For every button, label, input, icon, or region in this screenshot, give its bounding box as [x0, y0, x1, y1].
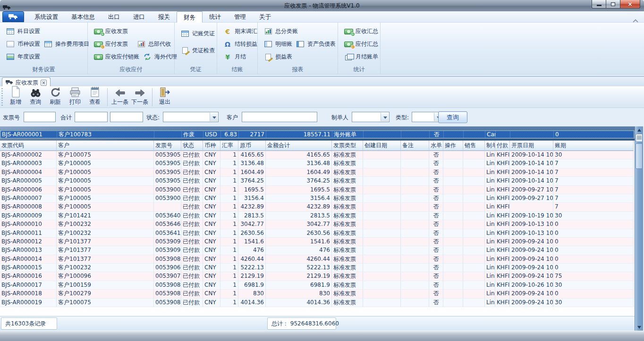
ribbon-button-payable-invoice[interactable]: -应付发票 [92, 40, 135, 49]
toolbar-button-new[interactable]: 新增 [6, 87, 25, 107]
column-header-sales[interactable]: 销售 [463, 141, 485, 151]
invoice-no-input[interactable] [24, 112, 56, 122]
menu-tab-export[interactable]: 出口 [102, 11, 127, 22]
ribbon-button-general-ledger[interactable]: 总分类账 [262, 27, 305, 36]
table-cell: 4232.89 [266, 203, 332, 211]
menu-tab-customs[interactable]: 报关 [152, 11, 177, 22]
ribbon-button-period-end-adjustment[interactable]: €期末调汇 [221, 27, 259, 36]
menu-tab-management[interactable]: 管理 [228, 11, 253, 22]
close-tab-icon[interactable]: × [41, 80, 47, 86]
column-header-code[interactable]: 发票代码 [0, 141, 57, 151]
search-button[interactable]: 查询 [438, 111, 467, 123]
column-header-invoice-date[interactable]: 开票日期 [510, 141, 553, 151]
ribbon-button-write-off[interactable]: 应收应付销账 [92, 52, 141, 61]
minimize-button[interactable] [592, 0, 606, 8]
table-row[interactable]: BJS-AR000004客户10000500539058已付款CNY11604.… [0, 168, 635, 177]
menu-tab-finance[interactable]: 财务 [177, 11, 203, 23]
ribbon-button-monthly-statement[interactable]: 月结账单 [342, 52, 380, 61]
table-cell: 00539004 [154, 194, 181, 203]
menu-tab-about[interactable]: 关于 [253, 11, 278, 22]
column-header-maker[interactable]: 制单 [485, 141, 495, 151]
ribbon-button-receivable-summary[interactable]: +应收汇总 [342, 27, 380, 36]
table-row[interactable]: BJS-AR000011客户10023200536417已付款CNY12630.… [0, 229, 635, 238]
toolbar-grip[interactable] [1, 88, 3, 106]
toolbar-button-print[interactable]: 打印 [65, 87, 85, 107]
table-row[interactable]: BJS-AR000017客户10015900539082已付款CNY16981.… [0, 281, 635, 290]
ribbon-button-hq-collection[interactable]: 总部代收 [135, 40, 172, 49]
ribbon-button-receivable-invoice[interactable]: +应收发票 [92, 27, 144, 36]
scrollbar-track[interactable] [635, 142, 643, 324]
column-chooser-button[interactable] [636, 134, 643, 142]
table-cell: CNY [203, 168, 220, 177]
table-row[interactable]: BJS-AR000008客户100005已付款CNY14232.894232.8… [0, 203, 635, 211]
table-cell: 客户101377 [57, 255, 154, 264]
scrollbar-thumb[interactable] [636, 143, 643, 169]
ribbon-button-accounting-voucher[interactable]: 记账凭证 [178, 29, 216, 38]
column-header-customer[interactable]: 客户 [57, 141, 154, 151]
scroll-up-button[interactable] [635, 126, 643, 133]
table-row[interactable]: BJS-AR000013客户10137700539095已付款CNY147647… [0, 246, 635, 255]
ribbon-button-operation-fee-items[interactable]: 操作费用项目 [42, 40, 91, 49]
ribbon-button-subject-settings[interactable]: 科目设置 [4, 27, 47, 36]
table-cell [363, 186, 401, 194]
column-header-total-amount[interactable]: 金额合计 [266, 141, 332, 151]
table-row[interactable]: BJS-AR000012客户10137700539091已付款CNY11541.… [0, 238, 635, 246]
status-select[interactable] [163, 112, 219, 122]
scroll-down-button[interactable] [635, 324, 643, 331]
ribbon-button-balance-sheet[interactable]: 资产负债表 [294, 40, 337, 49]
column-header-term[interactable]: 账期 [553, 141, 634, 151]
column-header-remark[interactable]: 备注 [401, 141, 429, 151]
column-header-invoice-type[interactable]: 发票类型 [332, 141, 363, 151]
toolbar-button-refresh[interactable]: 刷新 [45, 87, 65, 107]
ribbon-button-income-statement[interactable]: 损益表 [262, 52, 305, 61]
ribbon-button-monthly-closing[interactable]: ¥月结 [221, 52, 247, 61]
column-header-status[interactable]: 状态 [181, 141, 203, 151]
ribbon-button-payable-summary[interactable]: -应付汇总 [342, 40, 380, 49]
ribbon-button-voucher-check[interactable]: 凭证检查 [178, 46, 216, 55]
table-row[interactable]: BJS-AR000005客户10000500539056已付款CNY13764.… [0, 177, 635, 185]
total-from-input[interactable] [75, 112, 108, 122]
column-header-payment[interactable]: 付款 [495, 141, 510, 151]
menu-tab-basic-info[interactable]: 基本信息 [65, 11, 102, 22]
column-header-rate[interactable]: 汇率 [220, 141, 238, 151]
table-row[interactable]: BJS-AR000015客户10023200539065已付款CNY15222.… [0, 264, 635, 272]
menu-tab-statistics[interactable]: 统计 [203, 11, 228, 22]
column-header-invoice-no[interactable]: 发票号 [154, 141, 181, 151]
column-header-water-bill[interactable]: 水单 [429, 141, 443, 151]
customer-input[interactable] [242, 112, 317, 122]
table-row[interactable]: BJS-AR000006客户10000500539005已付款CNY11695.… [0, 186, 635, 194]
column-header-operation[interactable]: 操作 [443, 141, 463, 151]
restore-button[interactable] [606, 0, 620, 8]
total-to-input[interactable] [110, 112, 143, 122]
menu-tab-import[interactable]: 进口 [127, 11, 152, 22]
ribbon-button-profit-loss-carryover[interactable]: Ω结转损益 [221, 40, 259, 49]
document-tab-invoices[interactable]: 应收发票 × [2, 77, 51, 87]
table-row[interactable]: BJS-AR000010客户10023200536460已付款CNY13042.… [0, 220, 635, 229]
menu-tab-system-settings[interactable]: 系统设置 [28, 11, 65, 22]
table-row[interactable]: BJS-AR000009客户10142100536403已付款CNY12813.… [0, 212, 635, 220]
column-header-original-amount[interactable]: 原币 [238, 141, 266, 151]
ribbon-button-detail-ledger[interactable]: 明细账 [262, 40, 294, 49]
table-row[interactable]: BJS-AR000014客户10137700539085已付款CNY14260.… [0, 255, 635, 264]
column-header-create-date[interactable]: 创建日期 [363, 141, 401, 151]
toolbar-button-query[interactable]: 查询 [25, 87, 45, 107]
table-row[interactable]: BJS-AR000003客户10000500539057已付款CNY13136.… [0, 159, 635, 168]
toolbar-button-previous[interactable]: 上一条 [110, 87, 130, 107]
maker-select[interactable] [352, 112, 390, 122]
close-button[interactable]: × [620, 0, 640, 8]
ribbon-button-year-settings[interactable]: 年度设置 [4, 52, 47, 61]
toolbar-button-next[interactable]: 下一条 [130, 87, 150, 107]
table-row[interactable]: BJS-AR000019客户10007500539084已付款CNY14014.… [0, 299, 635, 307]
ribbon-button-currency-settings[interactable]: 币种设置 [4, 40, 42, 49]
table-row[interactable]: BJS-AR000018客户10027900539083已付款CNY183083… [0, 290, 635, 298]
toolbar-button-exit[interactable]: 退出 [155, 87, 175, 107]
table-row[interactable]: BJS-AR000016客户10009600539076已付款CNY12129.… [0, 272, 635, 281]
app-menu-button[interactable] [2, 11, 24, 22]
table-row[interactable]: BJS-AR000007客户10000500539004已付款CNY13156.… [0, 194, 635, 203]
ribbon-button-overseas-agent[interactable]: 海外代理 [141, 52, 178, 61]
toolbar-button-view[interactable]: 查看 [85, 87, 105, 107]
column-header-currency[interactable]: 币种 [203, 141, 220, 151]
truck-icon [8, 12, 18, 21]
vertical-scrollbar[interactable] [635, 126, 643, 331]
table-row[interactable]: BJS-AR000002客户10007500539059已付款CNY14165.… [0, 151, 635, 159]
